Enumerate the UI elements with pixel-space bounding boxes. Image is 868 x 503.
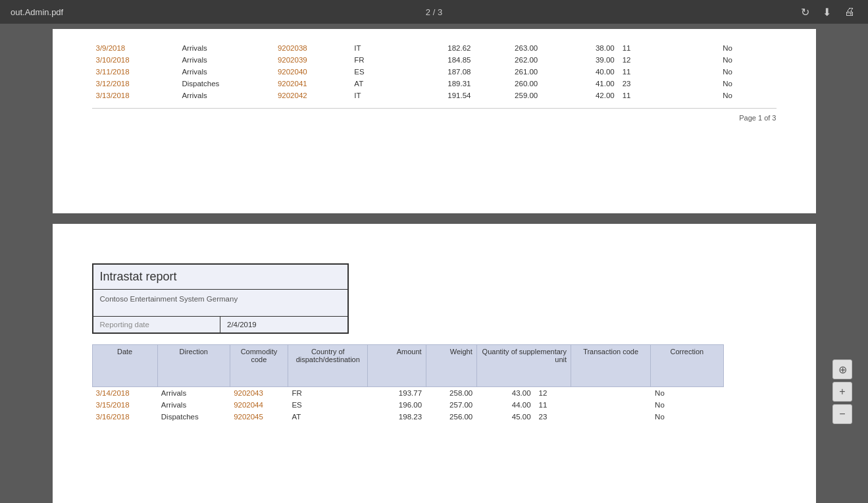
fit-icon: ⊕: [838, 363, 847, 376]
cell-direction: Arrivals: [178, 90, 273, 101]
cell-direction: Dispatches: [157, 411, 230, 423]
cell-supp: 12: [619, 54, 642, 66]
cell-qty: 38.00: [542, 42, 618, 54]
th-date: Date: [92, 345, 157, 387]
cell-date: 3/15/2018: [92, 399, 157, 411]
cell-direction: Arrivals: [178, 66, 273, 78]
th-correction: Correction: [651, 345, 723, 387]
page1-table: 3/9/2018 Arrivals 9202038 IT 182.62 263.…: [92, 42, 777, 101]
cell-country: ES: [350, 66, 398, 78]
cell-country: IT: [350, 42, 398, 54]
cell-date: 3/12/2018: [92, 78, 178, 90]
cell-qty: 42.00: [542, 90, 618, 101]
report-date-row: Reporting date 2/4/2019: [93, 317, 347, 332]
cell-weight: 263.00: [474, 42, 542, 54]
th-commodity-code: Commodity code: [230, 345, 288, 387]
footer-text: Page 1 of 3: [739, 114, 776, 122]
cell-qty: 45.00: [476, 411, 534, 423]
cell-corr: No: [719, 78, 776, 90]
cell-date: 3/9/2018: [92, 42, 178, 54]
table-row: 3/10/2018 Arrivals 9202039 FR 184.85 262…: [92, 54, 777, 66]
reporting-date-value: 2/4/2019: [220, 317, 347, 332]
cell-weight: 256.00: [426, 411, 476, 423]
cell-qty: 41.00: [542, 78, 618, 90]
side-buttons: ⊕ + −: [832, 359, 852, 424]
cell-direction: Arrivals: [157, 399, 230, 411]
cell-direction: Arrivals: [178, 42, 273, 54]
cell-corr: No: [651, 399, 723, 411]
report-title: Intrastat report: [100, 270, 177, 283]
cell-amount: 193.77: [368, 387, 426, 399]
cell-amount: 189.31: [398, 78, 474, 90]
th-country: Country of dispatch/destination: [288, 345, 368, 387]
cell-supp: 23: [535, 411, 571, 423]
cell-corr: No: [719, 66, 776, 78]
page-indicator: 2 / 3: [426, 7, 442, 17]
cell-corr: No: [719, 90, 776, 101]
cell-weight: 257.00: [426, 399, 476, 411]
cell-date: 3/13/2018: [92, 90, 178, 101]
cell-qty: 44.00: [476, 399, 534, 411]
cell-trans: [571, 387, 651, 399]
cell-weight: 261.00: [474, 66, 542, 78]
pdf-viewer[interactable]: 3/9/2018 Arrivals 9202038 IT 182.62 263.…: [0, 24, 868, 503]
table-row: 3/16/2018 Dispatches 9202045 AT 198.23 2…: [92, 411, 724, 423]
cell-direction: Arrivals: [178, 54, 273, 66]
table-row: 3/13/2018 Arrivals 9202042 IT 191.54 259…: [92, 90, 777, 101]
column-header-table: Date Direction Commodity code Country of…: [92, 344, 724, 387]
zoom-out-button[interactable]: −: [832, 404, 852, 424]
cell-direction: Arrivals: [157, 387, 230, 399]
cell-code: 9202043: [230, 387, 288, 399]
print-icon[interactable]: 🖨: [844, 6, 855, 18]
cell-trans: [642, 78, 719, 90]
cell-supp: 11: [619, 42, 642, 54]
cell-trans: [642, 66, 719, 78]
cell-amount: 187.08: [398, 66, 474, 78]
cell-trans: [642, 54, 719, 66]
cell-weight: 260.00: [474, 78, 542, 90]
page2-table: 3/14/2018 Arrivals 9202043 FR 193.77 258…: [92, 387, 724, 423]
cell-corr: No: [719, 54, 776, 66]
cell-code: 9202045: [230, 411, 288, 423]
pdf-page-1: 3/9/2018 Arrivals 9202038 IT 182.62 263.…: [53, 29, 816, 213]
table-row: 3/9/2018 Arrivals 9202038 IT 182.62 263.…: [92, 42, 777, 54]
cell-date: 3/10/2018: [92, 54, 178, 66]
refresh-icon[interactable]: ↻: [801, 6, 809, 18]
cell-amount: 198.23: [368, 411, 426, 423]
cell-corr: No: [719, 42, 776, 54]
cell-amount: 196.00: [368, 399, 426, 411]
download-icon[interactable]: ⬇: [823, 6, 831, 18]
page-footer: Page 1 of 3: [92, 108, 777, 122]
pdf-page-2: Intrastat report Contoso Entertainment S…: [53, 224, 816, 503]
cell-code: 9202040: [274, 66, 350, 78]
cell-code: 9202042: [274, 90, 350, 101]
th-amount: Amount: [368, 345, 426, 387]
cell-corr: No: [651, 387, 723, 399]
cell-code: 9202039: [274, 54, 350, 66]
cell-date: 3/16/2018: [92, 411, 157, 423]
cell-supp: 11: [619, 90, 642, 101]
th-direction: Direction: [157, 345, 230, 387]
cell-weight: 262.00: [474, 54, 542, 66]
cell-qty: 39.00: [542, 54, 618, 66]
fit-button[interactable]: ⊕: [832, 359, 852, 379]
cell-code: 9202038: [274, 42, 350, 54]
cell-code: 9202041: [274, 78, 350, 90]
cell-trans: [571, 411, 651, 423]
report-title-row: Intrastat report: [93, 265, 347, 290]
cell-supp: 23: [619, 78, 642, 90]
cell-trans: [642, 90, 719, 101]
table-row: 3/15/2018 Arrivals 9202044 ES 196.00 257…: [92, 399, 724, 411]
cell-corr: No: [651, 411, 723, 423]
report-header-box: Intrastat report Contoso Entertainment S…: [92, 263, 349, 334]
zoom-in-button[interactable]: +: [832, 382, 852, 402]
cell-trans: [642, 42, 719, 54]
th-transaction-code: Transaction code: [571, 345, 651, 387]
cell-country: FR: [350, 54, 398, 66]
th-weight: Weight: [426, 345, 476, 387]
toolbar: out.Admin.pdf 2 / 3 ↻ ⬇ 🖨: [0, 0, 868, 24]
table-row: 3/14/2018 Arrivals 9202043 FR 193.77 258…: [92, 387, 724, 399]
cell-code: 9202044: [230, 399, 288, 411]
cell-direction: Dispatches: [178, 78, 273, 90]
reporting-date-label: Reporting date: [93, 317, 221, 332]
